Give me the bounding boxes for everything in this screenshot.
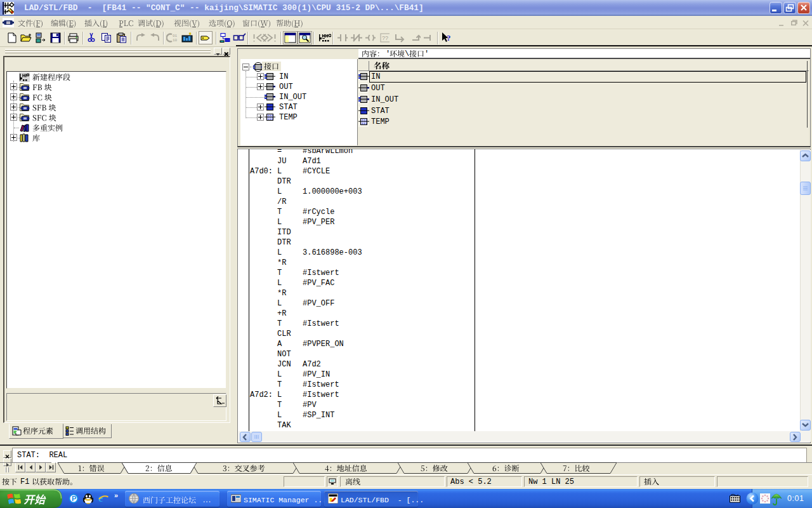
svg-text:10: 10 [173,38,178,43]
svg-text:P: P [72,495,76,502]
svg-text:?: ? [447,33,451,43]
svg-text:??: ?? [382,35,388,41]
svg-text:01: 01 [173,34,178,38]
